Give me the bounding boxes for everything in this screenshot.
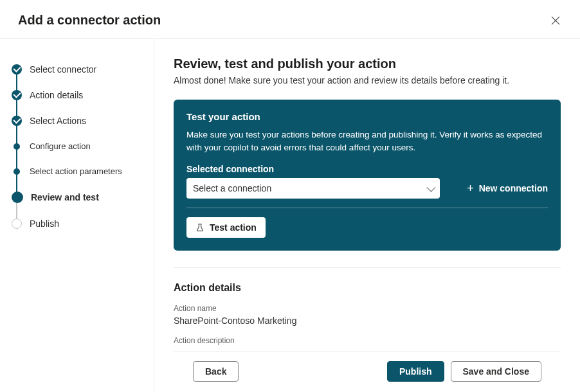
chevron-down-icon bbox=[426, 183, 435, 192]
new-connection-button[interactable]: + New connection bbox=[467, 183, 548, 194]
save-close-button[interactable]: Save and Close bbox=[451, 361, 542, 382]
header-title: Add a connector action bbox=[18, 13, 161, 28]
connection-label: Selected connection bbox=[186, 164, 548, 174]
content-scroll[interactable]: Review, test and publish your action Alm… bbox=[174, 57, 561, 352]
back-button[interactable]: Back bbox=[193, 361, 239, 382]
step-configure-action[interactable]: Configure action bbox=[12, 134, 142, 159]
details-section-title: Action details bbox=[174, 282, 561, 294]
step-label: Review and test bbox=[31, 192, 99, 202]
footer-actions: Publish Save and Close bbox=[387, 361, 541, 382]
content: Review, test and publish your action Alm… bbox=[154, 39, 580, 392]
test-card-description: Make sure you test your actions before c… bbox=[186, 129, 548, 154]
back-label: Back bbox=[205, 366, 226, 377]
action-name-label: Action name bbox=[174, 304, 561, 313]
connection-select[interactable]: Select a connection bbox=[186, 178, 440, 199]
test-action-card: Test your action Make sure you test your… bbox=[174, 100, 561, 251]
step-label: Select connector bbox=[30, 64, 96, 75]
publish-label: Publish bbox=[399, 366, 432, 377]
step-label: Publish bbox=[30, 218, 59, 229]
step-label: Configure action bbox=[30, 141, 91, 151]
beaker-icon bbox=[195, 223, 204, 232]
main: Select connector Action details Select A… bbox=[0, 39, 580, 392]
test-action-label: Test action bbox=[210, 222, 257, 233]
section-divider bbox=[174, 267, 561, 268]
step-review-test[interactable]: Review and test bbox=[12, 184, 142, 211]
new-connection-label: New connection bbox=[479, 183, 548, 193]
step-select-connector[interactable]: Select connector bbox=[12, 57, 142, 82]
header: Add a connector action bbox=[0, 0, 580, 38]
close-icon bbox=[551, 16, 560, 25]
step-indicator-dot bbox=[14, 143, 20, 150]
step-indicator-done bbox=[12, 116, 22, 126]
save-close-label: Save and Close bbox=[463, 366, 530, 377]
connection-row: Select a connection + New connection bbox=[186, 178, 548, 208]
footer: Back Publish Save and Close bbox=[174, 352, 561, 392]
step-indicator-dot bbox=[14, 168, 20, 175]
publish-button[interactable]: Publish bbox=[387, 361, 444, 382]
step-indicator-pending bbox=[12, 218, 22, 229]
action-name-value: SharePoint-Contoso Marketing bbox=[174, 316, 561, 326]
step-select-parameters[interactable]: Select action parameters bbox=[12, 159, 142, 184]
step-action-details[interactable]: Action details bbox=[12, 82, 142, 108]
action-description-label: Action description bbox=[174, 336, 561, 345]
step-label: Action details bbox=[30, 90, 83, 100]
step-label: Select Actions bbox=[30, 116, 86, 126]
step-publish[interactable]: Publish bbox=[12, 211, 142, 236]
page-title: Review, test and publish your action bbox=[174, 57, 561, 71]
step-select-actions[interactable]: Select Actions bbox=[12, 108, 142, 134]
step-indicator-done bbox=[12, 64, 22, 75]
connection-select-value: Select a connection bbox=[193, 183, 271, 193]
stepper-sidebar: Select connector Action details Select A… bbox=[0, 39, 154, 392]
plus-icon: + bbox=[467, 183, 474, 194]
step-indicator-done bbox=[12, 90, 22, 100]
page-subtitle: Almost done! Make sure you test your act… bbox=[174, 75, 561, 85]
step-indicator-active bbox=[12, 192, 23, 203]
test-action-button[interactable]: Test action bbox=[186, 217, 266, 238]
stepper: Select connector Action details Select A… bbox=[12, 57, 142, 236]
test-card-title: Test your action bbox=[186, 111, 548, 122]
step-label: Select action parameters bbox=[30, 166, 122, 176]
close-button[interactable] bbox=[549, 14, 562, 27]
